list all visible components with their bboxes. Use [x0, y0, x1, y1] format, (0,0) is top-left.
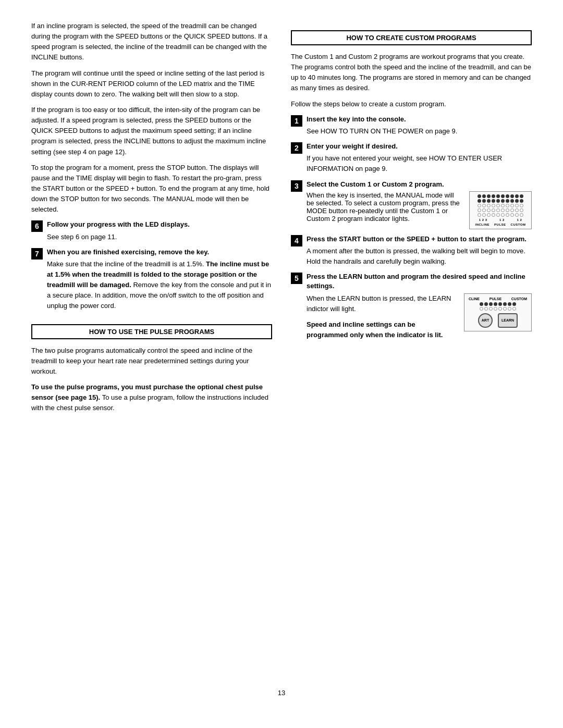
learn-label-incline: CLINE	[469, 297, 480, 301]
dot-empty	[492, 208, 495, 212]
dot	[492, 199, 495, 203]
custom-step-2-body: If you have not entered your weight, see…	[307, 153, 532, 174]
custom-step-4-number: 4	[291, 235, 302, 246]
dot-empty	[489, 307, 493, 311]
left-para-2: The program will continue until the spee…	[31, 68, 272, 100]
custom-intro-1: The Custom 1 and Custom 2 programs are w…	[291, 52, 532, 94]
dot	[520, 199, 523, 203]
dot-empty	[487, 208, 491, 212]
dot-empty	[510, 213, 514, 217]
custom-step-2-content: Enter your weight if desired. If you hav…	[307, 142, 532, 174]
page: If an incline program is selected, the s…	[0, 0, 563, 728]
dot	[498, 302, 502, 306]
custom-step-2-title: Enter your weight if desired.	[307, 142, 532, 151]
dot	[494, 302, 497, 306]
dot	[496, 199, 500, 203]
left-column: If an incline program is selected, the s…	[31, 21, 272, 673]
custom-step-1-body: See HOW TO TURN ON THE POWER on page 9.	[307, 126, 532, 137]
dot	[478, 194, 481, 198]
custom-step-1-number: 1	[291, 115, 302, 127]
dot	[487, 194, 491, 198]
led-row-4	[473, 208, 528, 212]
custom-step-1-title: Insert the key into the console.	[307, 115, 532, 124]
custom-step-3-text: When the key is inserted, the MANUAL mod…	[307, 191, 463, 223]
dot-empty	[487, 204, 491, 207]
dot-empty	[520, 208, 523, 212]
dot-empty	[503, 307, 507, 311]
pulse-para-2: To use the pulse programs, you must purc…	[31, 382, 272, 413]
dot	[506, 194, 509, 198]
dot	[501, 194, 505, 198]
led-diagram: 1 2 3 1 2 1 2 INCLINE PULSE CUSTOM	[469, 191, 532, 229]
dot	[508, 302, 511, 306]
dot	[492, 194, 495, 198]
learn-buttons-row: ART LEARN	[469, 313, 527, 328]
dot	[484, 302, 488, 306]
left-para-1: If an incline program is selected, the s…	[31, 21, 272, 63]
dot	[482, 199, 486, 203]
dot	[480, 302, 483, 306]
learn-top-labels: CLINE PULSE CUSTOM	[469, 297, 527, 301]
dot-empty	[515, 208, 519, 212]
dot-empty	[510, 204, 514, 207]
dot-empty	[480, 307, 483, 311]
custom-section-header: HOW TO CREATE CUSTOM PROGRAMS	[291, 30, 532, 45]
step-5-bold-text: Speed and incline settings can be progra…	[307, 320, 443, 339]
dot-empty	[496, 213, 500, 217]
custom-step-2-number: 2	[291, 142, 302, 154]
led-row-5	[473, 213, 528, 217]
dot-empty	[498, 307, 502, 311]
step-6-body: See step 6 on page 11.	[47, 232, 272, 242]
step-6-content: Follow your progress with the LED displa…	[47, 220, 272, 242]
led-label-custom: 1 2	[517, 218, 522, 221]
custom-step-4-content: Press the START button or the SPEED + bu…	[307, 235, 532, 267]
learn-dot-row-1	[469, 302, 527, 306]
dot-empty	[506, 213, 509, 217]
custom-step-4-body: A moment after the button is pressed, th…	[307, 246, 532, 267]
custom-step-5-title: Press the LEARN button and program the d…	[307, 272, 532, 291]
dot	[482, 194, 486, 198]
led-row-3	[473, 204, 528, 207]
custom-intro-2: Follow the steps below to create a custo…	[291, 99, 532, 109]
dot-empty	[515, 204, 519, 207]
dot-empty	[496, 208, 500, 212]
step-7-number: 7	[31, 248, 43, 260]
dot-empty	[487, 213, 491, 217]
dot-empty	[492, 213, 495, 217]
custom-step-3-row: When the key is inserted, the MANUAL mod…	[307, 191, 532, 229]
custom-step-1-block: 1 Insert the key into the console. See H…	[291, 115, 532, 137]
learn-dots-section	[469, 302, 527, 311]
dot	[510, 194, 514, 198]
pulse-para-1: The two pulse programs automatically con…	[31, 346, 272, 377]
led-label-pulse: 1 2	[499, 218, 505, 221]
dot	[496, 194, 500, 198]
led-labels-text: INCLINE PULSE CUSTOM	[473, 223, 528, 226]
art-button[interactable]: ART	[478, 313, 493, 328]
dot-empty	[515, 213, 519, 217]
dot-empty	[520, 204, 523, 207]
step-5-pre: When the LEARN button is pressed, the LE…	[307, 293, 458, 314]
step-6-block: 6 Follow your progress with the LED disp…	[31, 220, 272, 242]
dot-empty	[501, 213, 505, 217]
custom-step-5-block: 5 Press the LEARN button and program the…	[291, 272, 532, 346]
dot-empty	[482, 204, 486, 207]
custom-step-1-content: Insert the key into the console. See HOW…	[307, 115, 532, 137]
learn-label-pulse: PULSE	[489, 297, 501, 301]
custom-step-5-number: 5	[291, 273, 302, 284]
dot-empty	[496, 204, 500, 207]
custom-step-3-content: Select the Custom 1 or Custom 2 program.…	[307, 180, 532, 229]
dot-empty	[492, 204, 495, 207]
dot-empty	[494, 307, 497, 311]
led-row-2	[473, 199, 528, 203]
dot	[487, 199, 491, 203]
led-custom-text: CUSTOM	[511, 223, 526, 226]
dot-empty	[478, 208, 481, 212]
custom-step-5-row: When the LEARN button is pressed, the LE…	[307, 293, 532, 346]
right-column: HOW TO CREATE CUSTOM PROGRAMS The Custom…	[291, 21, 532, 673]
dot	[515, 194, 519, 198]
step-6-title: Follow your progress with the LED displa…	[47, 220, 272, 229]
learn-button[interactable]: LEARN	[498, 313, 518, 328]
dot-empty	[501, 208, 505, 212]
dot	[501, 199, 505, 203]
dot-empty	[508, 307, 511, 311]
